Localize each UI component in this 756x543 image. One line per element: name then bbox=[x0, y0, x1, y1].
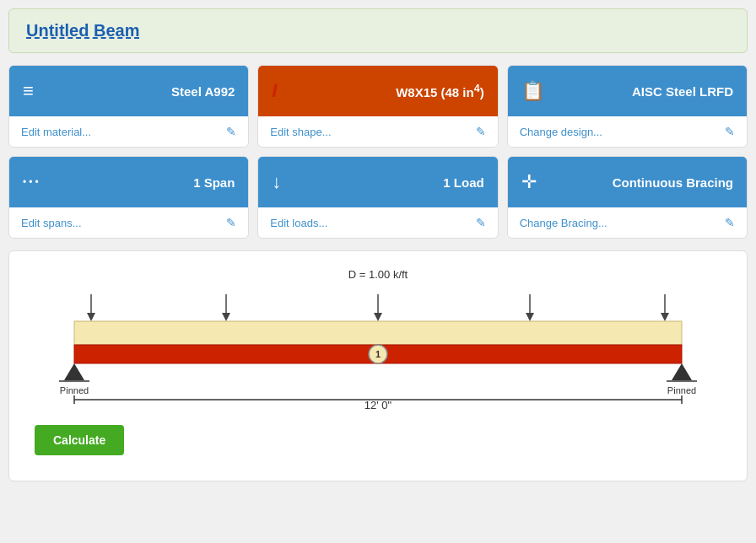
edit-shape-icon[interactable]: ✎ bbox=[476, 125, 486, 138]
design-header-content: 📋 AISC Steel LRFD bbox=[521, 80, 733, 102]
svg-rect-10 bbox=[74, 321, 682, 345]
spans-card-title: 1 Span bbox=[193, 175, 235, 190]
bracing-card-title: Continuous Bracing bbox=[613, 175, 733, 190]
dots-icon: ••• bbox=[23, 176, 41, 188]
project-title[interactable]: Untitled Beam bbox=[26, 21, 139, 40]
edit-loads-link[interactable]: Edit loads... bbox=[270, 217, 327, 229]
svg-marker-3 bbox=[222, 313, 230, 321]
edit-spans-link[interactable]: Edit spans... bbox=[21, 217, 82, 229]
edit-material-link[interactable]: Edit material... bbox=[21, 126, 91, 138]
change-design-link[interactable]: Change design... bbox=[520, 126, 602, 138]
shape-header-content: I W8X15 (48 in4) bbox=[272, 80, 483, 102]
crosshair-icon: ✛ bbox=[521, 171, 537, 193]
edit-spans-icon[interactable]: ✎ bbox=[226, 216, 236, 229]
loads-card-header: ↓ 1 Load bbox=[258, 157, 497, 207]
shape-card-header: I W8X15 (48 in4) bbox=[258, 66, 497, 116]
spans-card-header: ••• 1 Span bbox=[9, 157, 248, 207]
beam-svg: 1 Pinned Pinned bbox=[35, 286, 721, 404]
design-card-title: AISC Steel LRFD bbox=[632, 84, 733, 99]
calculate-button[interactable]: Calculate bbox=[35, 425, 124, 455]
svg-marker-7 bbox=[526, 313, 534, 321]
edit-bracing-icon[interactable]: ✎ bbox=[725, 216, 735, 229]
spans-card-footer: Edit spans... ✎ bbox=[9, 207, 248, 238]
material-card-header: ≡ Steel A992 bbox=[9, 66, 248, 116]
bracing-card-footer: Change Bracing... ✎ bbox=[508, 207, 747, 238]
edit-loads-icon[interactable]: ✎ bbox=[476, 216, 486, 229]
edit-shape-link[interactable]: Edit shape... bbox=[270, 126, 331, 138]
shape-card-footer: Edit shape... ✎ bbox=[258, 116, 497, 147]
svg-marker-1 bbox=[87, 313, 95, 321]
design-card-footer: Change design... ✎ bbox=[508, 116, 747, 147]
loads-card: ↓ 1 Load Edit loads... ✎ bbox=[257, 156, 498, 239]
material-header-content: ≡ Steel A992 bbox=[23, 80, 235, 102]
header-bar: Untitled Beam bbox=[8, 8, 748, 53]
shape-card: I W8X15 (48 in4) Edit shape... ✎ bbox=[257, 65, 498, 148]
edit-material-icon[interactable]: ✎ bbox=[226, 125, 236, 138]
edit-design-icon[interactable]: ✎ bbox=[725, 125, 735, 138]
change-bracing-link[interactable]: Change Bracing... bbox=[520, 217, 608, 229]
bracing-card-header: ✛ Continuous Bracing bbox=[508, 157, 747, 207]
svg-marker-16 bbox=[672, 363, 692, 380]
beam-icon: I bbox=[272, 80, 277, 102]
cards-grid: ≡ Steel A992 Edit material... ✎ I W8X15 … bbox=[8, 65, 748, 239]
beam-diagram: D = 1.00 k/ft bbox=[35, 268, 721, 411]
svg-text:1: 1 bbox=[375, 349, 381, 359]
spans-header-content: ••• 1 Span bbox=[23, 175, 235, 190]
list-icon: ≡ bbox=[23, 80, 34, 102]
spans-card: ••• 1 Span Edit spans... ✎ bbox=[8, 156, 249, 239]
material-card-title: Steel A992 bbox=[171, 84, 235, 99]
loads-card-footer: Edit loads... ✎ bbox=[258, 207, 497, 238]
design-card: 📋 AISC Steel LRFD Change design... ✎ bbox=[507, 65, 748, 148]
diagram-container: D = 1.00 k/ft bbox=[8, 250, 748, 481]
material-card-footer: Edit material... ✎ bbox=[9, 116, 248, 147]
bracing-card: ✛ Continuous Bracing Change Bracing... ✎ bbox=[507, 156, 748, 239]
svg-marker-14 bbox=[64, 363, 84, 380]
bracing-header-content: ✛ Continuous Bracing bbox=[521, 171, 733, 193]
loads-card-title: 1 Load bbox=[443, 175, 483, 190]
svg-marker-5 bbox=[374, 313, 382, 321]
load-label: D = 1.00 k/ft bbox=[35, 268, 721, 281]
design-card-header: 📋 AISC Steel LRFD bbox=[508, 66, 747, 116]
shape-card-title: W8X15 (48 in4) bbox=[396, 83, 484, 99]
down-arrow-icon: ↓ bbox=[272, 171, 281, 193]
svg-text:Pinned: Pinned bbox=[667, 385, 696, 395]
loads-header-content: ↓ 1 Load bbox=[272, 171, 483, 193]
app-container: Untitled Beam ≡ Steel A992 Edit material… bbox=[8, 8, 748, 481]
svg-marker-9 bbox=[661, 313, 669, 321]
book-icon: 📋 bbox=[521, 80, 544, 102]
material-card: ≡ Steel A992 Edit material... ✎ bbox=[8, 65, 249, 148]
svg-text:Pinned: Pinned bbox=[60, 385, 89, 395]
